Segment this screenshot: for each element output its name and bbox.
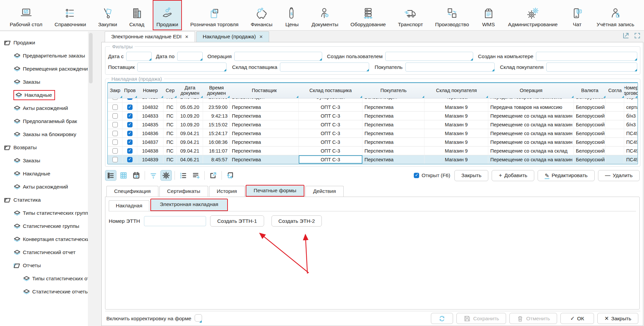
delete-invoice-button[interactable]: —Удалить: [598, 170, 640, 181]
posted-checkbox[interactable]: [127, 113, 133, 119]
refresh-button[interactable]: [431, 313, 453, 324]
nav-finance[interactable]: Финансы: [247, 0, 276, 30]
nav-production[interactable]: Производство: [431, 0, 473, 30]
sidebar-item-tipy-statgrupp[interactable]: Типы статистических групп: [0, 206, 88, 219]
col-currency[interactable]: Валюта: [574, 83, 606, 98]
col-supplier-wh[interactable]: Склад поставщика: [299, 83, 362, 98]
popout-icon[interactable]: [623, 32, 629, 39]
created-on-computer-input[interactable]: [536, 52, 637, 61]
tab-close-icon[interactable]: ✕: [185, 34, 189, 39]
numbered-list-button[interactable]: [178, 170, 189, 181]
col-contract[interactable]: Номер догово: [624, 83, 638, 98]
sidebar-item-vozvraty-nakladnye[interactable]: Накладные: [0, 167, 88, 180]
sidebar-item-akty-raskhozhdeniy[interactable]: Акты расхождений: [0, 101, 88, 115]
view-grid-button[interactable]: [118, 170, 129, 181]
nav-desktop[interactable]: Рабочий стол: [6, 0, 46, 30]
ok-button[interactable]: ✓ОК: [560, 313, 594, 324]
posted-checkbox[interactable]: [127, 148, 133, 154]
closed-checkbox[interactable]: [112, 113, 118, 119]
cancel-button[interactable]: Отменить: [509, 313, 557, 324]
sidebar-item-statistika[interactable]: Статистика: [0, 193, 88, 206]
sidebar-item-vozvraty[interactable]: Возвраты: [0, 141, 88, 154]
create-etn2-button[interactable]: Создать ЭТН-2: [271, 215, 322, 227]
posted-checkbox[interactable]: [127, 105, 133, 110]
scrollbar-thumb[interactable]: [89, 33, 93, 83]
col-agreed[interactable]: Согла: [606, 83, 624, 98]
col-buyer[interactable]: Покупатель: [362, 83, 425, 98]
col-supplier[interactable]: Поставщик: [230, 83, 299, 98]
closed-checkbox[interactable]: [112, 148, 118, 154]
supplier-warehouse-input[interactable]: [280, 63, 369, 72]
col-closed[interactable]: Закр: [108, 83, 122, 98]
col-operation[interactable]: Операция: [488, 83, 574, 98]
posted-checkbox[interactable]: [127, 131, 133, 136]
create-ettn1-button[interactable]: Создать ЭТТН-1: [210, 215, 264, 227]
sidebar-item-peremeshcheniya[interactable]: Перемещения расхождени: [0, 62, 88, 75]
operation-input[interactable]: [234, 52, 322, 61]
open-f6-checkbox-group[interactable]: Открыт (F6): [414, 172, 450, 178]
closed-checkbox[interactable]: [112, 122, 118, 127]
nav-wms[interactable]: WMS: [478, 0, 500, 30]
tab-print-forms[interactable]: Печатные формы: [246, 185, 304, 197]
add-invoice-button[interactable]: +Добавить: [492, 170, 534, 181]
date-to-input[interactable]: [177, 52, 203, 61]
date-from-input[interactable]: [126, 52, 152, 61]
tab-sales-invoices[interactable]: Накладные (продажа) ✕: [196, 31, 269, 42]
nav-retail[interactable]: Розничная торговля: [187, 0, 242, 30]
close-window-button[interactable]: ✕Закрыть: [597, 313, 638, 324]
nav-sales[interactable]: Продажи: [153, 0, 182, 30]
nav-warehouse[interactable]: Склад: [126, 0, 148, 30]
sidebar-item-zakazy[interactable]: Заказы: [0, 75, 88, 88]
sidebar-item-predpolagaemy-brak[interactable]: Предполагаемый брак: [0, 115, 88, 128]
nav-equipment[interactable]: Оборудование: [347, 0, 389, 30]
sidebar-item-nakladnye[interactable]: Накладные: [0, 88, 88, 101]
nav-catalogs[interactable]: Справочники: [51, 0, 90, 30]
col-doc-time[interactable]: Время докумен: [203, 83, 230, 98]
tab-specification[interactable]: Спецификация: [106, 186, 158, 197]
close-invoice-button[interactable]: Закрыть: [454, 170, 489, 181]
posted-checkbox[interactable]: [127, 98, 133, 100]
sidebar-item-statotchety[interactable]: Статистические отчеты: [0, 285, 88, 298]
nav-account[interactable]: Учётная запись: [593, 0, 638, 30]
supplier-input[interactable]: [137, 63, 227, 72]
list-add-button[interactable]: [190, 170, 202, 181]
table-row[interactable]: 104836ПС 09.04.2115:24:17 ПерспективаОПТ…: [108, 129, 638, 138]
sidebar-item-zakazy-na-blokirovku[interactable]: Заказы на блокировку: [0, 128, 88, 141]
view-list-button[interactable]: [105, 170, 116, 181]
view-calendar-button[interactable]: [131, 170, 142, 181]
settings-gear-button[interactable]: [160, 170, 172, 181]
tab-certificates[interactable]: Сертификаты: [159, 186, 208, 197]
sidebar-item-prodazhi[interactable]: Продажи: [0, 36, 88, 49]
sidebar-item-statotchet[interactable]: Статистический отчет: [0, 246, 88, 259]
buyer-input[interactable]: [405, 63, 495, 72]
table-row[interactable]: 104837ПС 09.04.2116:08:36 ПерспективаОПТ…: [108, 138, 638, 147]
posted-checkbox[interactable]: [127, 157, 133, 162]
tab-actions[interactable]: Действия: [305, 186, 344, 197]
edit-invoice-button[interactable]: ✎Редактировать: [538, 170, 594, 181]
filter-button[interactable]: [148, 170, 159, 181]
posted-checkbox[interactable]: [127, 139, 133, 145]
ettn-number-input[interactable]: [144, 216, 206, 226]
nav-prices[interactable]: $ Цены: [281, 0, 303, 30]
nav-purchasing[interactable]: Закупки: [94, 0, 121, 30]
col-buyer-wh[interactable]: Склад покупателя: [425, 83, 488, 98]
reload-button[interactable]: [225, 170, 236, 181]
closed-checkbox[interactable]: [112, 157, 118, 162]
correction-checkbox[interactable]: [195, 314, 202, 322]
closed-checkbox[interactable]: [112, 105, 118, 110]
nav-chat[interactable]: Чат: [566, 0, 588, 30]
table-row[interactable]: 104825ПС 24.04.2023:59:00 ВельвилесденСу…: [108, 98, 638, 103]
col-posted[interactable]: Пров: [122, 83, 137, 98]
sidebar-item-tipy-statotchetov[interactable]: Типы статистических отч: [0, 272, 88, 285]
col-number[interactable]: Номер: [137, 83, 163, 98]
table-row[interactable]: 104833ПС 10.09.209:42:13 ПерспективаОПТ …: [108, 112, 638, 120]
buyer-warehouse-input[interactable]: [546, 63, 637, 72]
table-row[interactable]: 104835ПС 10.09.2015:15:02 ПерспективаОПТ…: [108, 120, 638, 129]
table-row[interactable]: 104832ПС 05.05.2023:59:00 ПерспективаОПТ…: [108, 103, 638, 112]
fullscreen-icon[interactable]: [634, 32, 641, 39]
sidebar-item-konvertatsiya[interactable]: Конвертация статистически: [0, 233, 88, 246]
table-row[interactable]: 104838ПС 09.04.2116:11:07 ПерспективаОПТ…: [108, 147, 638, 155]
posted-checkbox[interactable]: [127, 122, 133, 127]
sidebar-scrollbar[interactable]: [88, 31, 94, 326]
sidebar-item-vozvraty-akty[interactable]: Акты расхождений: [0, 180, 88, 193]
